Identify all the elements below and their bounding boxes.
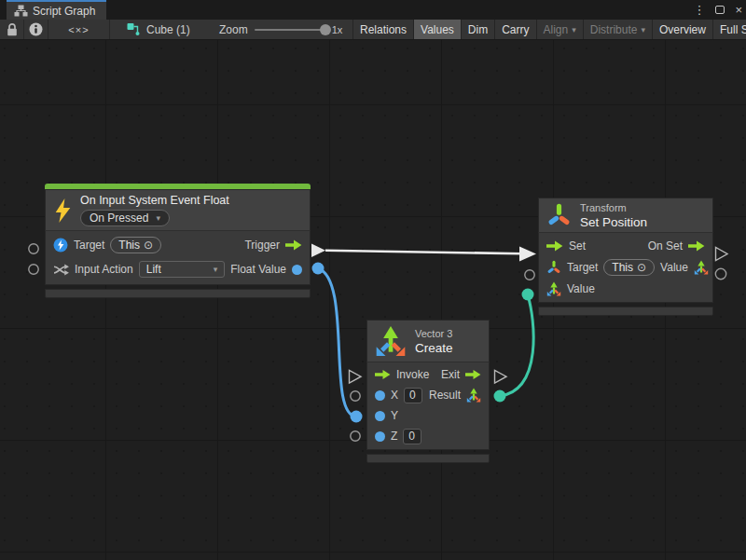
- target-label: Target: [74, 239, 104, 252]
- graph-icon: [14, 5, 28, 17]
- x-label: X: [391, 389, 398, 402]
- y-input-port[interactable]: [351, 411, 363, 423]
- transform-value-row: Value: [539, 278, 712, 299]
- chevron-down-icon: ▾: [641, 25, 645, 34]
- invoke-row: Invoke Exit: [367, 364, 489, 385]
- input-action-dropdown[interactable]: Lift ▾: [139, 261, 225, 278]
- overview-button[interactable]: Overview: [652, 20, 712, 39]
- graph-toolbar: <×> Cube (1) Zoom 1x Relations Values Di…: [0, 20, 746, 40]
- x-row: X 0 Result: [367, 385, 489, 405]
- node-vector3-create[interactable]: Vector 3 Create Invoke Exit X 0: [366, 320, 490, 463]
- invoke-input-port[interactable]: [350, 371, 362, 384]
- full-screen-button[interactable]: Full Screen: [712, 20, 746, 39]
- z-input-port[interactable]: [351, 431, 360, 441]
- script-graph-asset-icon: [127, 22, 141, 36]
- z-label: Z: [391, 430, 397, 443]
- float-value-wire: [318, 268, 356, 417]
- transform-icon: [546, 260, 561, 275]
- x-value-field[interactable]: 0: [404, 388, 422, 403]
- event-mode-dropdown[interactable]: On Pressed ▾: [80, 210, 170, 226]
- transform-target-this-button[interactable]: This ⊙: [603, 259, 655, 276]
- carry-button[interactable]: Carry: [494, 20, 535, 39]
- transform-value-out-label: Value: [660, 261, 688, 274]
- vector3-icon: [466, 388, 481, 403]
- value-input-port[interactable]: [522, 289, 534, 301]
- transform-title: Set Position: [580, 215, 647, 229]
- tab-bar: Script Graph ⋮ ×: [0, 0, 746, 20]
- y-pin-icon: [375, 411, 385, 421]
- on-set-label: On Set: [648, 239, 683, 253]
- dim-button[interactable]: Dim: [461, 20, 494, 39]
- align-button[interactable]: Align▾: [536, 20, 583, 39]
- info-icon: [29, 22, 43, 36]
- input-action-input-port[interactable]: [29, 265, 38, 274]
- toolbar-buttons: Relations Values Dim Carry Align▾ Distri…: [352, 20, 746, 39]
- input-system-icon: [53, 238, 68, 253]
- vector3-icon: [694, 260, 709, 275]
- script-graph-window: Script Graph ⋮ × <×>: [0, 0, 746, 560]
- transform-value-in-label: Value: [567, 282, 595, 295]
- node-on-input-system-event-float[interactable]: On Input System Event Float On Pressed ▾…: [45, 184, 311, 298]
- vector3-title: Create: [415, 341, 453, 355]
- input-action-icon: [53, 263, 69, 277]
- transform-node-footer: [538, 307, 713, 316]
- flow-arrow-icon: [465, 369, 481, 380]
- zoom-label: Zoom: [219, 23, 248, 36]
- info-button[interactable]: [24, 20, 48, 39]
- trigger-output-port[interactable]: [311, 244, 325, 258]
- target-this-button[interactable]: This ⊙: [110, 237, 161, 253]
- result-output-port[interactable]: [494, 390, 506, 403]
- result-label: Result: [429, 389, 461, 402]
- window-menu-icon[interactable]: ⋮: [693, 0, 705, 20]
- transform-target-label: Target: [567, 261, 598, 274]
- close-icon[interactable]: ×: [735, 0, 742, 20]
- trigger-wire: [325, 251, 522, 254]
- input-action-row: Input Action Lift ▾ Float Value: [46, 257, 310, 281]
- flow-arrow-icon: [375, 369, 391, 380]
- invoke-label: Invoke: [396, 368, 429, 381]
- exit-output-port[interactable]: [495, 371, 507, 384]
- tab-label: Script Graph: [33, 5, 95, 18]
- event-node-body: Target This ⊙ Trigger Input Action Lift: [45, 231, 311, 285]
- zoom-slider[interactable]: [255, 29, 325, 31]
- vector3-icon: [375, 323, 407, 359]
- target-input-port[interactable]: [29, 244, 38, 253]
- float-value-pin-icon: [292, 265, 302, 275]
- zoom-slider-handle[interactable]: [320, 24, 331, 35]
- z-pin-icon: [375, 431, 385, 442]
- chevron-down-icon: ▾: [156, 213, 160, 223]
- values-button[interactable]: Values: [413, 20, 461, 39]
- flow-arrow-icon: [285, 239, 302, 251]
- set-label: Set: [569, 239, 586, 253]
- breadcrumb-label: Cube (1): [146, 23, 190, 36]
- lock-icon: [5, 22, 20, 37]
- transform-value-output-port[interactable]: [715, 268, 725, 279]
- vector3-node-header: Vector 3 Create: [366, 320, 490, 362]
- trigger-label: Trigger: [244, 239, 280, 252]
- code-view-button[interactable]: <×>: [48, 20, 110, 39]
- window-controls: ⋮ ×: [693, 0, 742, 20]
- distribute-button[interactable]: Distribute▾: [583, 20, 652, 39]
- breadcrumb[interactable]: Cube (1): [127, 20, 229, 39]
- lock-button[interactable]: [0, 20, 24, 39]
- relations-button[interactable]: Relations: [352, 20, 413, 39]
- node-transform-set-position[interactable]: Transform Set Position Set On Set Target: [538, 198, 713, 316]
- set-row: Set On Set: [539, 235, 712, 256]
- input-action-label: Input Action: [75, 263, 133, 276]
- maximize-icon[interactable]: [715, 6, 725, 14]
- transform-target-input-port[interactable]: [525, 270, 534, 280]
- tab-script-graph[interactable]: Script Graph: [7, 0, 106, 20]
- zoom-value: 1x: [332, 24, 343, 35]
- target-picker-icon: ⊙: [637, 261, 646, 274]
- transform-target-row: Target This ⊙ Value: [539, 256, 712, 278]
- z-row: Z 0: [367, 426, 489, 446]
- float-value-output-port[interactable]: [312, 263, 325, 275]
- chevron-down-icon: ▾: [214, 265, 218, 274]
- event-node-footer: [45, 289, 311, 298]
- float-value-label: Float Value: [230, 263, 286, 276]
- graph-canvas[interactable]: On Input System Event Float On Pressed ▾…: [0, 40, 746, 560]
- x-pin-icon: [375, 390, 385, 401]
- on-set-output-port[interactable]: [716, 248, 728, 261]
- x-input-port[interactable]: [351, 391, 360, 401]
- z-value-field[interactable]: 0: [403, 429, 421, 444]
